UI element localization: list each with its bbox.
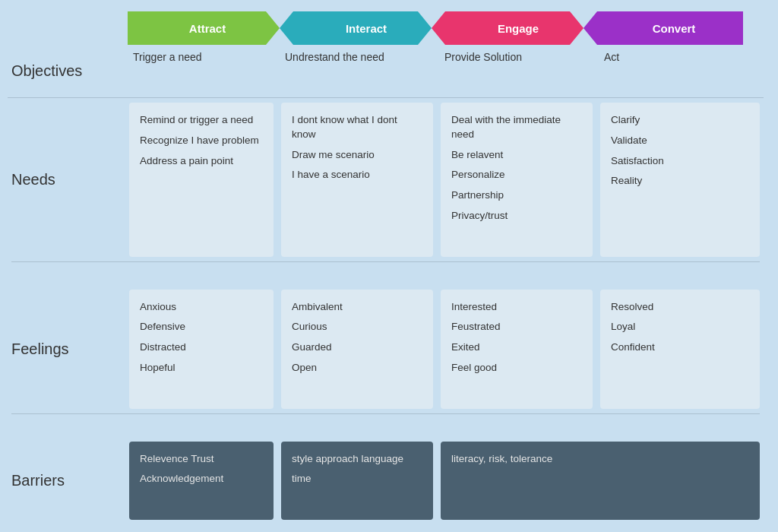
feelings-attract-1: Defensive [140,320,263,334]
feelings-interact-2: Guarded [292,340,422,355]
needs-convert-cell: Clarify Validate Satisfaction Reality [600,103,760,257]
divider-1 [11,261,760,262]
barriers-cell-1: Relevence Trust Acknowledgement [129,442,274,521]
attract-label: Attract [189,22,226,35]
needs-interact-0: I dont know what I dont know [292,113,422,142]
interact-arrow[interactable]: Interact [280,11,432,45]
content-grid: Objectives Trigger a need Undrestand the… [8,45,770,524]
needs-interact-2: I have a scenario [292,168,422,182]
feelings-engage-cell: Interested Feustrated Exited Feel good [441,290,593,409]
feelings-interact-0: Ambivalent [292,300,422,315]
feelings-engage-0: Interested [451,300,582,315]
convert-label: Convert [653,22,696,35]
feelings-attract-cell: Anxious Defensive Distracted Hopeful [129,290,274,409]
barriers-col1-0: Relevence Trust [140,452,263,467]
objectives-label: Objectives [8,45,125,98]
arrow-row: Attract Interact Engage Convert [128,11,770,45]
needs-convert-1: Validate [611,134,749,148]
feelings-engage-3: Feel good [451,361,582,375]
needs-engage-2: Personalize [451,168,582,182]
divider-2 [11,413,760,414]
attract-arrow[interactable]: Attract [128,11,280,45]
needs-attract-1: Recognize I have problem [140,134,263,148]
needs-convert-2: Satisfaction [611,154,749,169]
feelings-attract-3: Hopeful [140,361,263,375]
needs-engage-4: Privacy/trust [451,209,582,223]
needs-engage-3: Partnership [451,188,582,203]
barriers-col3-0: literacy, risk, tolerance [451,452,749,467]
feelings-convert-cell: Resolved Loyal Confident [600,290,760,409]
barriers-col2-style: style approach language [292,452,422,467]
feelings-attract-2: Distracted [140,340,263,355]
feelings-label: Feelings [8,285,125,413]
barriers-col2-time: time [292,472,422,486]
feelings-engage-1: Feustrated [451,320,582,334]
engage-arrow[interactable]: Engage [432,11,584,45]
needs-interact-cell: I dont know what I dont know Draw me sce… [281,103,433,257]
convert-arrow[interactable]: Convert [584,11,743,45]
needs-convert-0: Clarify [611,113,749,128]
barriers-col1-1: Acknowledgement [140,472,263,486]
feelings-interact-1: Curious [292,320,422,334]
main-container: Attract Interact Engage Convert Objectiv… [0,0,778,532]
interact-label: Interact [346,22,387,35]
feelings-convert-0: Resolved [611,300,749,315]
needs-engage-0: Deal with the immediate need [451,113,582,142]
needs-label: Needs [8,98,125,261]
needs-attract-cell: Remind or trigger a need Recognize I hav… [129,103,274,257]
feelings-convert-1: Loyal [611,320,749,334]
barriers-label: Barriers [8,437,125,525]
needs-attract-2: Address a pain point [140,154,263,169]
sub-header-interact: Undrestand the need [277,45,437,98]
engage-label: Engage [498,22,539,35]
needs-engage-1: Be relavent [451,148,582,163]
feelings-interact-3: Open [292,361,422,375]
sub-header-engage: Provide Solution [437,45,596,98]
sub-header-convert: Act [596,45,764,98]
feelings-convert-2: Confident [611,340,749,355]
feelings-interact-cell: Ambivalent Curious Guarded Open [281,290,433,409]
feelings-engage-2: Exited [451,340,582,355]
sub-header-attract: Trigger a need [125,45,277,98]
needs-convert-3: Reality [611,174,749,188]
needs-interact-1: Draw me scenario [292,148,422,163]
barriers-cell-3: literacy, risk, tolerance [441,442,760,521]
needs-attract-0: Remind or trigger a need [140,113,263,128]
feelings-attract-0: Anxious [140,300,263,315]
needs-engage-cell: Deal with the immediate need Be relavent… [441,103,593,257]
barriers-cell-2: style approach language time [281,442,433,521]
